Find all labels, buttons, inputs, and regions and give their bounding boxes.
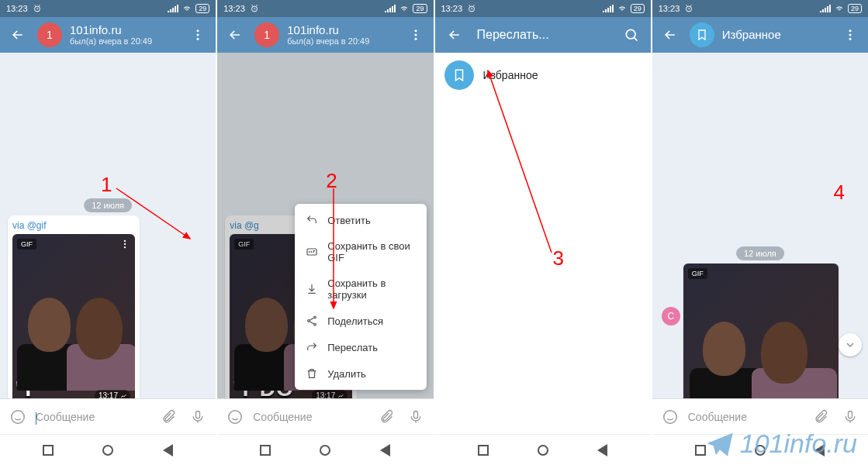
smile-icon (662, 408, 679, 425)
menu-button[interactable] (839, 23, 862, 46)
svg-point-19 (229, 410, 242, 423)
nav-back[interactable] (373, 439, 396, 462)
chat-body: 12 июля via @gif GIF 'T 13:17 1 (0, 53, 216, 398)
menu-save-download[interactable]: Сохранить в загрузки (295, 270, 427, 308)
chat-header: 1 101info.ru был(а) вчера в 20:49 (217, 17, 433, 53)
forward-title: Переслать... (477, 28, 609, 42)
paperclip-icon (379, 409, 394, 425)
nav-home[interactable] (96, 439, 119, 462)
menu-share[interactable]: Поделиться (295, 308, 427, 334)
smile-icon (9, 408, 26, 425)
annotation-arrow (112, 184, 198, 246)
arrow-left-icon (10, 27, 26, 43)
scroll-down-button[interactable] (839, 333, 862, 356)
watermark: 101info.ru (704, 428, 857, 459)
emoji-button[interactable] (6, 405, 29, 429)
nav-home[interactable] (313, 439, 337, 462)
svg-point-27 (849, 38, 852, 40)
mic-icon (190, 409, 206, 425)
mic-button[interactable] (186, 405, 209, 429)
svg-point-25 (849, 29, 852, 32)
gif-badge: GIF (688, 268, 707, 279)
chat-avatar[interactable]: 1 (37, 22, 62, 47)
nav-recent[interactable] (472, 439, 495, 462)
mic-button[interactable] (839, 405, 862, 429)
menu-delete[interactable]: Удалить (295, 360, 427, 387)
gif-media[interactable]: GIF 'T DO THAT 13:23 (683, 264, 839, 398)
message-input[interactable]: Сообщение (688, 411, 803, 423)
wifi-icon (399, 5, 410, 12)
wifi-icon (834, 5, 845, 12)
menu-forward[interactable]: Переслать (295, 334, 427, 360)
svg-point-2 (197, 34, 199, 36)
search-button[interactable] (620, 23, 643, 46)
gif-media[interactable]: GIF 'T 13:17 (12, 234, 135, 398)
smile-icon (227, 408, 244, 425)
message-card[interactable]: GIF 'T DO THAT 13:23 (683, 264, 839, 398)
kebab-icon (843, 28, 857, 42)
svg-point-22 (626, 29, 635, 39)
status-bar: 13:23 29 (217, 0, 433, 17)
date-chip: 12 июля (736, 246, 784, 260)
nav-home[interactable] (531, 439, 555, 462)
svg-point-3 (197, 38, 199, 40)
chat-body: via @g GIF 'T DO 13:17 Ответить Сохранит… (217, 53, 433, 398)
svg-rect-29 (849, 411, 852, 418)
android-navbar (0, 434, 216, 465)
emoji-button[interactable] (659, 405, 682, 429)
message-input-bar: Сообщение (217, 398, 433, 434)
sender-avatar[interactable]: С (662, 307, 680, 326)
back-button[interactable] (6, 23, 29, 46)
chevron-down-icon (844, 339, 856, 351)
screen-2: 13:23 29 1 101info.ru был(а) вчера в 20:… (217, 0, 433, 465)
status-bar: 13:23 29 (0, 0, 216, 17)
message-input[interactable]: Сообщение (36, 411, 150, 423)
alarm-icon (684, 4, 693, 13)
menu-button[interactable] (404, 23, 427, 46)
context-menu: Ответить Сохранить в свои GIF Сохранить … (295, 204, 427, 390)
mic-button[interactable] (404, 405, 427, 429)
svg-line-23 (488, 71, 552, 253)
telegram-icon (704, 428, 735, 459)
kebab-icon (409, 28, 423, 42)
attach-button[interactable] (157, 405, 180, 429)
chat-title: 101info.ru (287, 24, 396, 37)
kebab-icon (191, 28, 205, 42)
saved-avatar[interactable] (690, 22, 714, 47)
nav-recent[interactable] (36, 439, 60, 462)
chat-title: 101info.ru (70, 24, 178, 37)
back-button[interactable] (223, 23, 247, 46)
trash-icon (306, 367, 318, 380)
nav-back[interactable] (591, 439, 614, 462)
chat-header: 1 101info.ru был(а) вчера в 20:49 (0, 17, 216, 53)
back-button[interactable] (659, 23, 682, 46)
forward-list: Избранное 3 (435, 53, 651, 434)
bookmark-icon (452, 68, 466, 82)
menu-reply[interactable]: Ответить (295, 207, 427, 233)
svg-rect-9 (196, 411, 200, 418)
svg-rect-14 (307, 249, 316, 255)
attach-button[interactable] (375, 405, 398, 429)
attach-button[interactable] (809, 405, 832, 429)
svg-point-15 (314, 316, 316, 319)
menu-save-gif[interactable]: Сохранить в свои GIF (295, 233, 427, 270)
message-input[interactable]: Сообщение (253, 411, 368, 423)
nav-back[interactable] (156, 439, 179, 462)
paperclip-icon (813, 409, 828, 425)
status-bar: 13:23 29 (435, 0, 651, 17)
back-button[interactable] (443, 23, 466, 46)
nav-recent[interactable] (254, 439, 277, 462)
alarm-icon (250, 4, 259, 13)
annotation-arrow (330, 188, 353, 316)
emoji-button[interactable] (223, 405, 247, 429)
chat-avatar[interactable]: 1 (254, 22, 279, 47)
signal-icon (820, 5, 831, 12)
status-time: 13:23 (6, 4, 28, 13)
wifi-icon (617, 5, 628, 12)
annotation-arrow (482, 67, 567, 257)
android-navbar (435, 434, 651, 465)
menu-button[interactable] (186, 23, 209, 46)
annotation-number: 1 (101, 173, 112, 197)
chat-header: Избранное (652, 17, 868, 53)
forward-icon (306, 341, 318, 353)
